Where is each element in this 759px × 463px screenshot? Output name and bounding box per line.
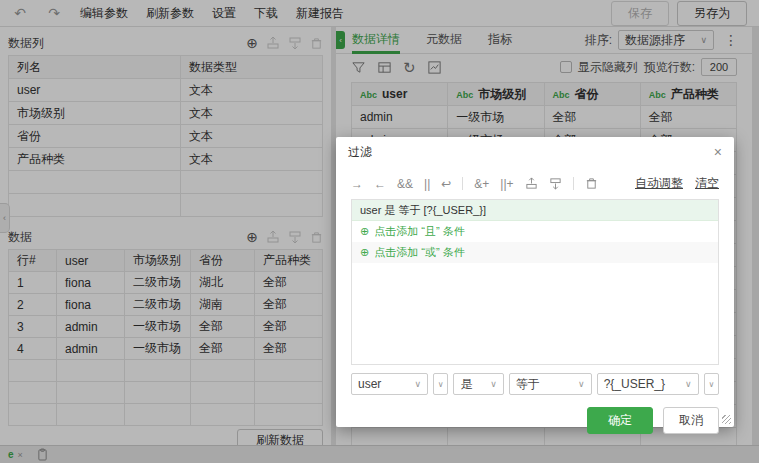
dialog-resize-handle[interactable] xyxy=(722,415,731,424)
filter-dialog-title: 过滤 xyxy=(348,144,372,161)
filter-toolbar-links: 自动调整 清空 xyxy=(635,175,719,192)
indent-right-icon[interactable]: → xyxy=(351,178,363,190)
condition-editor: user ∨ ∨ 是 ∨ 等于 ∨ ?{_USER_} ∨ ∨ xyxy=(351,373,719,395)
add-and-condition-row[interactable]: ⊕ 点击添加 “且” 条件 xyxy=(352,221,718,242)
group-and-icon[interactable]: && xyxy=(397,178,413,190)
auto-adjust-link[interactable]: 自动调整 xyxy=(635,175,683,192)
field-picker-button[interactable]: ∨ xyxy=(433,373,448,395)
filter-toolbar: → ← && || ↩ &+ ||+ 自动调整 清空 xyxy=(336,171,734,196)
condition-list: user 是 等于 [?{_USER_}] ⊕ 点击添加 “且” 条件 ⊕ 点击… xyxy=(351,199,719,365)
plus-icon: ⊕ xyxy=(360,242,369,263)
add-and-condition-label: 点击添加 “且” 条件 xyxy=(374,221,464,242)
toolbar-divider xyxy=(573,177,574,190)
move-condition-up-icon[interactable] xyxy=(525,177,538,190)
value-select-value: ?{_USER_} xyxy=(604,377,665,391)
condition-row[interactable]: user 是 等于 [?{_USER_}] xyxy=(352,200,718,221)
invert-condition-icon[interactable]: ↩ xyxy=(441,178,451,190)
add-and-condition-icon[interactable]: &+ xyxy=(474,178,489,190)
verb-select-value: 是 xyxy=(460,376,472,393)
verb-select[interactable]: 是 ∨ xyxy=(453,373,503,395)
add-or-condition-label: 点击添加 “或” 条件 xyxy=(374,242,464,263)
delete-condition-icon[interactable] xyxy=(585,177,598,190)
chevron-down-icon: ∨ xyxy=(415,379,422,389)
plus-icon: ⊕ xyxy=(360,221,369,242)
toolbar-divider xyxy=(462,177,463,190)
filter-dialog-header: 过滤 × xyxy=(336,137,734,167)
operator-select-value: 等于 xyxy=(516,376,540,393)
chevron-down-icon: ∨ xyxy=(685,379,692,389)
ok-button[interactable]: 确定 xyxy=(587,407,653,434)
field-select[interactable]: user ∨ xyxy=(351,373,428,395)
operator-select[interactable]: 等于 ∨ xyxy=(509,373,592,395)
clear-link[interactable]: 清空 xyxy=(695,175,719,192)
filter-dialog-footer: 确定 取消 xyxy=(351,407,719,434)
chevron-down-icon: ∨ xyxy=(490,379,497,389)
add-or-condition-row[interactable]: ⊕ 点击添加 “或” 条件 xyxy=(352,242,718,263)
cancel-button[interactable]: 取消 xyxy=(663,407,719,434)
value-select[interactable]: ?{_USER_} ∨ xyxy=(597,373,699,395)
field-select-value: user xyxy=(358,377,381,391)
group-or-icon[interactable]: || xyxy=(424,178,430,190)
indent-left-icon[interactable]: ← xyxy=(374,178,386,190)
filter-dialog: 过滤 × → ← && || ↩ &+ ||+ 自动调整 清空 user 是 等… xyxy=(336,137,734,427)
close-icon[interactable]: × xyxy=(714,144,722,160)
move-condition-down-icon[interactable] xyxy=(549,177,562,190)
add-or-condition-icon[interactable]: ||+ xyxy=(500,178,513,190)
value-picker-button[interactable]: ∨ xyxy=(704,373,719,395)
chevron-down-icon: ∨ xyxy=(578,379,585,389)
